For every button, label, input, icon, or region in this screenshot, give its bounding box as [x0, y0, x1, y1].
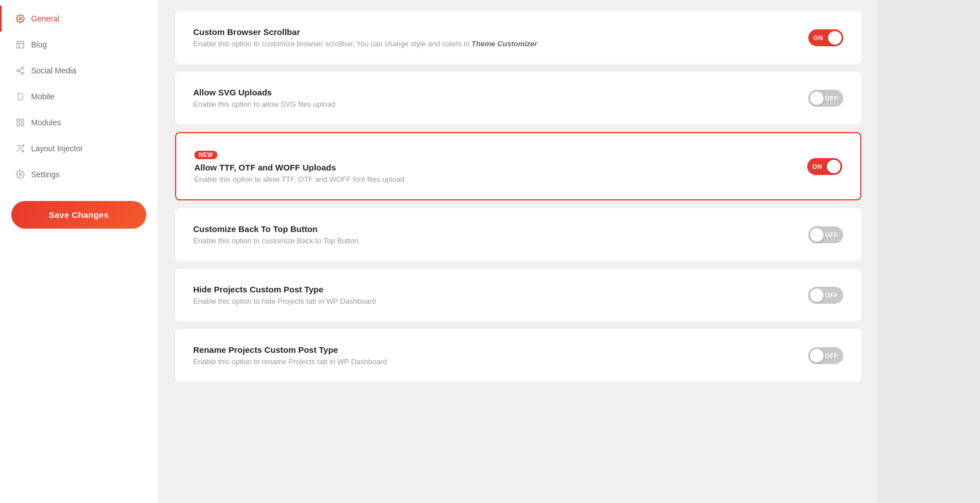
toggle-back-to-top[interactable]: OFF [808, 226, 843, 243]
toggle-label-off-6: OFF [825, 352, 839, 359]
setting-info-allow-ttf: NEW Allow TTF, OTF and WOFF Uploads Enab… [194, 149, 404, 183]
toggle-label-on-1: ON [813, 34, 824, 41]
toggle-label-off-4: OFF [825, 231, 839, 238]
sidebar-item-modules[interactable]: Modules [0, 110, 158, 135]
toggle-custom-browser-scrollbar[interactable]: ON [808, 29, 843, 46]
setting-label-custom-browser-scrollbar: Custom Browser Scrollbar [193, 27, 537, 37]
toggle-switch-custom-browser-scrollbar[interactable]: ON [808, 29, 843, 46]
toggle-hide-projects[interactable]: OFF [808, 287, 843, 304]
svg-rect-12 [21, 119, 24, 122]
sidebar: General Blog Social Media Mobile [0, 0, 158, 503]
toggle-switch-hide-projects[interactable]: OFF [808, 287, 843, 304]
gear-icon [15, 14, 25, 24]
svg-line-8 [19, 68, 22, 70]
setting-card-allow-ttf-otf-woff: NEW Allow TTF, OTF and WOFF Uploads Enab… [175, 132, 861, 200]
setting-info-back-to-top: Customize Back To Top Button Enable this… [193, 224, 360, 245]
social-icon [15, 65, 25, 76]
blog-icon [15, 40, 25, 50]
setting-desc-rename-projects: Enable this option to rename Projects ta… [193, 357, 387, 366]
sidebar-item-mobile-label: Mobile [31, 92, 54, 101]
setting-desc-allow-svg: Enable this option to allow SVG files up… [193, 100, 336, 108]
setting-card-hide-projects: Hide Projects Custom Post Type Enable th… [175, 269, 861, 321]
main-content: Custom Browser Scrollbar Enable this opt… [158, 0, 878, 503]
setting-desc-back-to-top: Enable this option to customize Back to … [193, 237, 360, 245]
setting-info-hide-projects: Hide Projects Custom Post Type Enable th… [193, 285, 376, 305]
toggle-knob-2 [810, 91, 824, 105]
save-changes-button[interactable]: Save Changes [11, 201, 146, 229]
toggle-switch-allow-ttf[interactable]: ON [807, 158, 842, 175]
setting-desc-allow-ttf: Enable this option to allow TTF, OTF and… [194, 175, 404, 183]
toggle-allow-svg[interactable]: OFF [808, 90, 843, 107]
setting-label-hide-projects: Hide Projects Custom Post Type [193, 285, 376, 294]
sidebar-item-layout-injector[interactable]: Layout Injector [0, 135, 158, 161]
sidebar-item-mobile[interactable]: Mobile [0, 84, 158, 110]
setting-card-back-to-top: Customize Back To Top Button Enable this… [175, 208, 861, 261]
setting-label-back-to-top: Customize Back To Top Button [193, 224, 360, 234]
setting-info-custom-browser-scrollbar: Custom Browser Scrollbar Enable this opt… [193, 27, 537, 48]
sidebar-item-general-label: General [31, 14, 59, 23]
setting-card-custom-browser-scrollbar: Custom Browser Scrollbar Enable this opt… [175, 11, 861, 64]
toggle-label-on-3: ON [812, 163, 822, 170]
svg-rect-13 [21, 123, 24, 126]
sidebar-item-social-media[interactable]: Social Media [0, 58, 158, 84]
setting-label-allow-ttf: Allow TTF, OTF and WOFF Uploads [194, 163, 404, 172]
mobile-icon [15, 91, 25, 102]
new-badge: NEW [194, 151, 217, 159]
sidebar-item-general[interactable]: General [0, 6, 158, 32]
toggle-switch-allow-svg[interactable]: OFF [808, 90, 843, 107]
svg-rect-14 [17, 123, 20, 126]
setting-desc-hide-projects: Enable this option to hide Projects tab … [193, 297, 376, 305]
setting-card-rename-projects: Rename Projects Custom Post Type Enable … [175, 329, 861, 382]
setting-desc-custom-browser-scrollbar: Enable this option to customize browser … [193, 40, 537, 48]
sidebar-item-settings-label: Settings [31, 170, 60, 179]
setting-info-allow-svg: Allow SVG Uploads Enable this option to … [193, 88, 336, 108]
setting-label-allow-svg: Allow SVG Uploads [193, 88, 336, 97]
toggle-allow-ttf[interactable]: ON [807, 158, 842, 175]
sidebar-item-social-label: Social Media [31, 66, 76, 75]
sidebar-item-settings[interactable]: Settings [0, 161, 158, 187]
toggle-knob-1 [828, 31, 842, 45]
svg-rect-11 [17, 119, 20, 122]
setting-label-rename-projects: Rename Projects Custom Post Type [193, 345, 387, 355]
sidebar-item-blog[interactable]: Blog [0, 32, 158, 58]
toggle-knob-6 [810, 349, 824, 362]
toggle-switch-back-to-top[interactable]: OFF [808, 226, 843, 243]
toggle-label-off-2: OFF [825, 95, 839, 102]
sidebar-item-layout-label: Layout Injector [31, 144, 83, 153]
toggle-knob-5 [810, 288, 824, 302]
toggle-knob-4 [810, 228, 824, 242]
setting-card-allow-svg: Allow SVG Uploads Enable this option to … [175, 72, 861, 124]
toggle-rename-projects[interactable]: OFF [808, 347, 843, 364]
sidebar-item-blog-label: Blog [31, 40, 47, 49]
toggle-switch-rename-projects[interactable]: OFF [808, 347, 843, 364]
toggle-knob-3 [827, 160, 840, 173]
right-panel [878, 0, 980, 503]
setting-info-rename-projects: Rename Projects Custom Post Type Enable … [193, 345, 387, 366]
layout-icon [15, 143, 25, 154]
toggle-label-off-5: OFF [825, 292, 839, 299]
svg-point-17 [19, 173, 21, 176]
svg-rect-1 [17, 41, 24, 48]
modules-icon [15, 117, 25, 128]
svg-line-7 [19, 71, 22, 73]
settings-icon [15, 169, 25, 180]
svg-point-0 [19, 18, 21, 20]
sidebar-item-modules-label: Modules [31, 118, 61, 127]
